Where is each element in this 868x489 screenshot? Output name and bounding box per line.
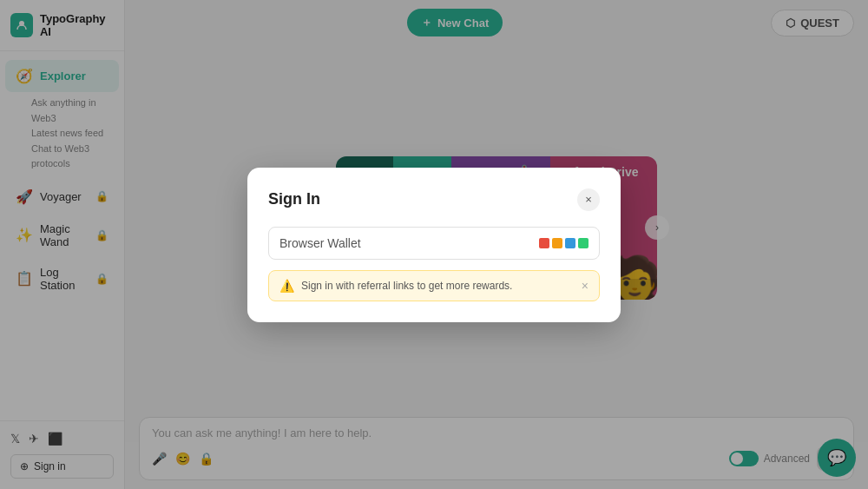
wallet-dot-red — [539, 238, 549, 248]
wallet-input-row[interactable]: Browser Wallet — [268, 227, 600, 260]
wallet-dot-green — [578, 238, 589, 248]
wallet-dot-blue — [565, 238, 575, 248]
modal-title: Sign In — [268, 190, 320, 208]
close-icon: × — [585, 193, 592, 206]
modal-close-button[interactable]: × — [577, 188, 600, 211]
alert-content: ⚠️ Sign in with referral links to get mo… — [279, 279, 512, 293]
alert-close-button[interactable]: × — [582, 279, 589, 293]
referral-alert-bar: ⚠️ Sign in with referral links to get mo… — [268, 270, 600, 301]
modal-header: Sign In × — [268, 188, 600, 211]
wallet-icon — [539, 238, 589, 248]
wallet-label: Browser Wallet — [279, 236, 361, 250]
modal-overlay[interactable]: Sign In × Browser Wallet ⚠️ Sign in with… — [0, 0, 868, 489]
signin-modal: Sign In × Browser Wallet ⚠️ Sign in with… — [247, 168, 621, 322]
wallet-dot-yellow — [552, 238, 562, 248]
alert-warning-icon: ⚠️ — [279, 279, 294, 293]
alert-text: Sign in with referral links to get more … — [301, 280, 512, 292]
